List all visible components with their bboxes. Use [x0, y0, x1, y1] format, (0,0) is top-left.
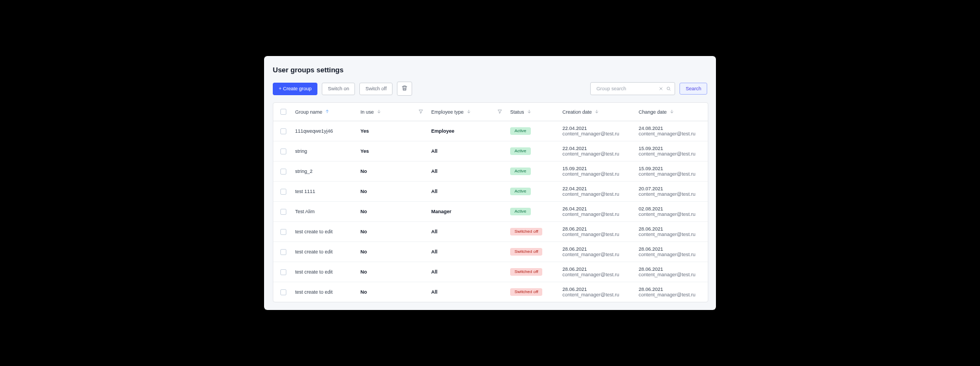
table-row[interactable]: stringYesAllActive22.04.2021content_mana…: [273, 141, 708, 162]
cell-in-use: No: [358, 205, 429, 218]
cell-change-date: 02.08.2021content_manager@test.ru: [636, 202, 707, 221]
creation-by-value: content_manager@test.ru: [562, 292, 634, 297]
creation-by-value: content_manager@test.ru: [562, 171, 634, 177]
sort-asc-icon: [324, 109, 330, 115]
table-row[interactable]: string_2NoAllActive15.09.2021content_man…: [273, 162, 708, 182]
change-date-value: 28.06.2021: [639, 246, 705, 252]
change-date-value: 28.06.2021: [639, 266, 705, 272]
cell-creation-date: 26.04.2021content_manager@test.ru: [560, 202, 636, 221]
groups-table: Group name In use Employee type: [273, 102, 708, 302]
cell-change-date: 15.09.2021content_manager@test.ru: [636, 162, 707, 181]
status-badge: Active: [510, 127, 531, 135]
col-employee-type[interactable]: Employee type: [429, 104, 508, 120]
cell-status: Switched off: [508, 244, 560, 259]
row-checkbox[interactable]: [280, 148, 286, 154]
sort-icon: [376, 109, 382, 115]
creation-date-value: 22.04.2021: [562, 126, 634, 131]
status-badge: Switched off: [510, 228, 542, 235]
row-checkbox[interactable]: [280, 229, 286, 235]
row-checkbox[interactable]: [280, 128, 286, 134]
row-checkbox[interactable]: [280, 189, 286, 195]
change-date-value: 28.06.2021: [639, 226, 705, 232]
row-checkbox[interactable]: [280, 289, 286, 295]
col-status[interactable]: Status: [508, 104, 560, 120]
table-row[interactable]: test 1111NoAllActive22.04.2021content_ma…: [273, 182, 708, 202]
sort-icon: [594, 109, 599, 115]
status-badge: Switched off: [510, 248, 542, 256]
table-row[interactable]: test create to editNoAllSwitched off28.0…: [273, 282, 708, 302]
delete-button[interactable]: [397, 82, 412, 96]
table-header: Group name In use Employee type: [273, 103, 708, 121]
cell-employee-type: Employee: [429, 125, 508, 138]
table-row[interactable]: test create to editNoAllSwitched off28.0…: [273, 242, 708, 262]
cell-employee-type: Manager: [429, 205, 508, 218]
cell-status: Active: [508, 204, 560, 219]
cell-group-name: Test Alim: [293, 205, 358, 218]
cell-group-name: test create to edit: [293, 225, 358, 238]
change-by-value: content_manager@test.ru: [639, 252, 705, 257]
cell-status: Switched off: [508, 284, 560, 300]
col-group-name[interactable]: Group name: [293, 104, 358, 120]
table-row[interactable]: Test AlimNoManagerActive26.04.2021conten…: [273, 202, 708, 222]
search-button[interactable]: Search: [679, 83, 707, 95]
filter-icon[interactable]: [497, 109, 503, 115]
table-row[interactable]: test create to editNoAllSwitched off28.0…: [273, 222, 708, 242]
select-all-checkbox[interactable]: [280, 109, 286, 115]
creation-date-value: 28.06.2021: [562, 226, 634, 232]
col-change-date[interactable]: Change date: [636, 104, 707, 120]
table-row[interactable]: test create to editNoAllSwitched off28.0…: [273, 262, 708, 282]
cell-change-date: 28.06.2021content_manager@test.ru: [636, 222, 707, 241]
cell-group-name: string: [293, 145, 358, 158]
status-badge: Active: [510, 188, 531, 195]
settings-panel: User groups settings + Create group Swit…: [264, 56, 716, 310]
cell-in-use: Yes: [358, 145, 429, 158]
cell-group-name: test create to edit: [293, 245, 358, 258]
change-date-value: 20.07.2021: [639, 186, 705, 191]
switch-off-button[interactable]: Switch off: [359, 83, 393, 95]
table-row[interactable]: 111qweqwe1yj46YesEmployeeActive22.04.202…: [273, 121, 708, 141]
cell-change-date: 28.06.2021content_manager@test.ru: [636, 243, 707, 261]
status-badge: Active: [510, 168, 531, 175]
creation-by-value: content_manager@test.ru: [562, 212, 634, 217]
col-creation-date[interactable]: Creation date: [560, 104, 636, 120]
switch-on-button[interactable]: Switch on: [322, 83, 355, 95]
row-checkbox[interactable]: [280, 169, 286, 175]
clear-icon[interactable]: [658, 84, 664, 94]
col-label: Creation date: [562, 109, 592, 115]
cell-status: Switched off: [508, 264, 560, 280]
search-input[interactable]: [595, 85, 658, 92]
sort-icon: [466, 109, 471, 115]
search-icon: [666, 84, 671, 94]
row-checkbox[interactable]: [280, 249, 286, 255]
search-field[interactable]: [590, 82, 675, 95]
cell-in-use: No: [358, 165, 429, 178]
cell-change-date: 24.08.2021content_manager@test.ru: [636, 122, 707, 140]
create-group-button[interactable]: + Create group: [273, 83, 317, 95]
cell-in-use: No: [358, 185, 429, 198]
table-body: 111qweqwe1yj46YesEmployeeActive22.04.202…: [273, 121, 708, 302]
cell-in-use: Yes: [358, 125, 429, 138]
change-date-value: 24.08.2021: [639, 126, 705, 131]
cell-group-name: string_2: [293, 165, 358, 178]
change-by-value: content_manager@test.ru: [639, 191, 705, 197]
creation-date-value: 15.09.2021: [562, 166, 634, 171]
toolbar: + Create group Switch on Switch off: [273, 82, 707, 96]
row-checkbox[interactable]: [280, 209, 286, 215]
filter-icon[interactable]: [418, 109, 424, 115]
cell-change-date: 20.07.2021content_manager@test.ru: [636, 182, 707, 201]
col-label: Employee type: [431, 109, 464, 115]
change-by-value: content_manager@test.ru: [639, 171, 705, 177]
cell-employee-type: All: [429, 145, 508, 158]
creation-date-value: 28.06.2021: [562, 246, 634, 252]
status-badge: Active: [510, 208, 531, 215]
cell-creation-date: 28.06.2021content_manager@test.ru: [560, 243, 636, 261]
cell-in-use: No: [358, 225, 429, 238]
cell-employee-type: All: [429, 286, 508, 299]
row-checkbox[interactable]: [280, 269, 286, 275]
col-label: Status: [510, 109, 524, 115]
cell-change-date: 28.06.2021content_manager@test.ru: [636, 263, 707, 281]
cell-creation-date: 28.06.2021content_manager@test.ru: [560, 222, 636, 241]
creation-by-value: content_manager@test.ru: [562, 151, 634, 157]
col-in-use[interactable]: In use: [358, 104, 429, 120]
change-by-value: content_manager@test.ru: [639, 272, 705, 277]
